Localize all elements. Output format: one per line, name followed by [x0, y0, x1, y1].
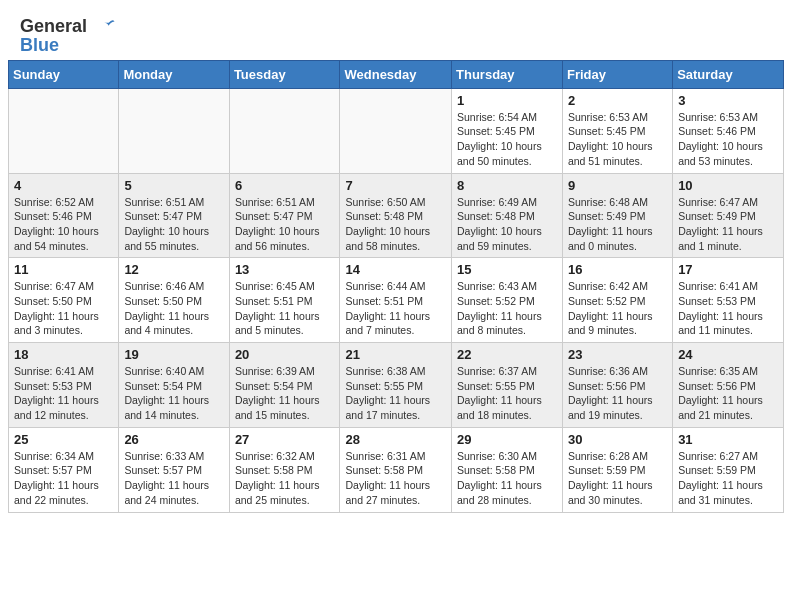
day-number: 5: [124, 178, 223, 193]
calendar-cell: 23Sunrise: 6:36 AM Sunset: 5:56 PM Dayli…: [562, 343, 672, 428]
calendar-cell: 29Sunrise: 6:30 AM Sunset: 5:58 PM Dayli…: [452, 427, 563, 512]
day-number: 8: [457, 178, 557, 193]
header-day-monday: Monday: [119, 60, 229, 88]
calendar-cell: 27Sunrise: 6:32 AM Sunset: 5:58 PM Dayli…: [229, 427, 340, 512]
day-number: 27: [235, 432, 335, 447]
calendar-cell: 20Sunrise: 6:39 AM Sunset: 5:54 PM Dayli…: [229, 343, 340, 428]
calendar-cell: 4Sunrise: 6:52 AM Sunset: 5:46 PM Daylig…: [9, 173, 119, 258]
calendar-cell: 9Sunrise: 6:48 AM Sunset: 5:49 PM Daylig…: [562, 173, 672, 258]
logo-bird-icon: [94, 17, 116, 39]
day-detail: Sunrise: 6:53 AM Sunset: 5:46 PM Dayligh…: [678, 110, 778, 169]
day-number: 13: [235, 262, 335, 277]
day-number: 29: [457, 432, 557, 447]
header-day-wednesday: Wednesday: [340, 60, 452, 88]
calendar-cell: 6Sunrise: 6:51 AM Sunset: 5:47 PM Daylig…: [229, 173, 340, 258]
day-detail: Sunrise: 6:27 AM Sunset: 5:59 PM Dayligh…: [678, 449, 778, 508]
calendar-cell: 30Sunrise: 6:28 AM Sunset: 5:59 PM Dayli…: [562, 427, 672, 512]
header-row: SundayMondayTuesdayWednesdayThursdayFrid…: [9, 60, 784, 88]
day-number: 28: [345, 432, 446, 447]
calendar-cell: 2Sunrise: 6:53 AM Sunset: 5:45 PM Daylig…: [562, 88, 672, 173]
day-detail: Sunrise: 6:47 AM Sunset: 5:49 PM Dayligh…: [678, 195, 778, 254]
logo: General Blue: [20, 16, 116, 56]
day-number: 12: [124, 262, 223, 277]
day-number: 4: [14, 178, 113, 193]
day-detail: Sunrise: 6:53 AM Sunset: 5:45 PM Dayligh…: [568, 110, 667, 169]
calendar-cell: 31Sunrise: 6:27 AM Sunset: 5:59 PM Dayli…: [673, 427, 784, 512]
day-detail: Sunrise: 6:41 AM Sunset: 5:53 PM Dayligh…: [14, 364, 113, 423]
day-detail: Sunrise: 6:45 AM Sunset: 5:51 PM Dayligh…: [235, 279, 335, 338]
logo-blue-text: Blue: [20, 35, 59, 56]
day-number: 6: [235, 178, 335, 193]
day-number: 31: [678, 432, 778, 447]
calendar-cell: 8Sunrise: 6:49 AM Sunset: 5:48 PM Daylig…: [452, 173, 563, 258]
day-number: 24: [678, 347, 778, 362]
day-number: 18: [14, 347, 113, 362]
calendar-cell: 5Sunrise: 6:51 AM Sunset: 5:47 PM Daylig…: [119, 173, 229, 258]
header-day-tuesday: Tuesday: [229, 60, 340, 88]
day-detail: Sunrise: 6:41 AM Sunset: 5:53 PM Dayligh…: [678, 279, 778, 338]
day-number: 7: [345, 178, 446, 193]
week-row-3: 11Sunrise: 6:47 AM Sunset: 5:50 PM Dayli…: [9, 258, 784, 343]
day-number: 11: [14, 262, 113, 277]
day-number: 14: [345, 262, 446, 277]
day-detail: Sunrise: 6:44 AM Sunset: 5:51 PM Dayligh…: [345, 279, 446, 338]
day-detail: Sunrise: 6:43 AM Sunset: 5:52 PM Dayligh…: [457, 279, 557, 338]
week-row-5: 25Sunrise: 6:34 AM Sunset: 5:57 PM Dayli…: [9, 427, 784, 512]
page-header: General Blue: [0, 0, 792, 60]
day-detail: Sunrise: 6:34 AM Sunset: 5:57 PM Dayligh…: [14, 449, 113, 508]
day-detail: Sunrise: 6:37 AM Sunset: 5:55 PM Dayligh…: [457, 364, 557, 423]
day-detail: Sunrise: 6:47 AM Sunset: 5:50 PM Dayligh…: [14, 279, 113, 338]
day-detail: Sunrise: 6:52 AM Sunset: 5:46 PM Dayligh…: [14, 195, 113, 254]
calendar-body: 1Sunrise: 6:54 AM Sunset: 5:45 PM Daylig…: [9, 88, 784, 512]
calendar-cell: 1Sunrise: 6:54 AM Sunset: 5:45 PM Daylig…: [452, 88, 563, 173]
calendar-cell: 22Sunrise: 6:37 AM Sunset: 5:55 PM Dayli…: [452, 343, 563, 428]
calendar-cell: 11Sunrise: 6:47 AM Sunset: 5:50 PM Dayli…: [9, 258, 119, 343]
day-detail: Sunrise: 6:35 AM Sunset: 5:56 PM Dayligh…: [678, 364, 778, 423]
calendar-table: SundayMondayTuesdayWednesdayThursdayFrid…: [8, 60, 784, 513]
calendar-cell: 15Sunrise: 6:43 AM Sunset: 5:52 PM Dayli…: [452, 258, 563, 343]
day-detail: Sunrise: 6:46 AM Sunset: 5:50 PM Dayligh…: [124, 279, 223, 338]
calendar-cell: 18Sunrise: 6:41 AM Sunset: 5:53 PM Dayli…: [9, 343, 119, 428]
day-number: 3: [678, 93, 778, 108]
day-number: 9: [568, 178, 667, 193]
calendar-cell: 13Sunrise: 6:45 AM Sunset: 5:51 PM Dayli…: [229, 258, 340, 343]
week-row-1: 1Sunrise: 6:54 AM Sunset: 5:45 PM Daylig…: [9, 88, 784, 173]
day-detail: Sunrise: 6:30 AM Sunset: 5:58 PM Dayligh…: [457, 449, 557, 508]
calendar-cell: 28Sunrise: 6:31 AM Sunset: 5:58 PM Dayli…: [340, 427, 452, 512]
calendar-cell: 14Sunrise: 6:44 AM Sunset: 5:51 PM Dayli…: [340, 258, 452, 343]
day-detail: Sunrise: 6:28 AM Sunset: 5:59 PM Dayligh…: [568, 449, 667, 508]
header-day-sunday: Sunday: [9, 60, 119, 88]
day-detail: Sunrise: 6:40 AM Sunset: 5:54 PM Dayligh…: [124, 364, 223, 423]
day-detail: Sunrise: 6:33 AM Sunset: 5:57 PM Dayligh…: [124, 449, 223, 508]
day-detail: Sunrise: 6:32 AM Sunset: 5:58 PM Dayligh…: [235, 449, 335, 508]
day-number: 22: [457, 347, 557, 362]
day-detail: Sunrise: 6:51 AM Sunset: 5:47 PM Dayligh…: [124, 195, 223, 254]
day-number: 17: [678, 262, 778, 277]
calendar-cell: 21Sunrise: 6:38 AM Sunset: 5:55 PM Dayli…: [340, 343, 452, 428]
day-number: 10: [678, 178, 778, 193]
day-detail: Sunrise: 6:49 AM Sunset: 5:48 PM Dayligh…: [457, 195, 557, 254]
calendar-cell: [340, 88, 452, 173]
calendar-cell: [229, 88, 340, 173]
day-number: 2: [568, 93, 667, 108]
calendar-cell: [9, 88, 119, 173]
calendar-cell: 17Sunrise: 6:41 AM Sunset: 5:53 PM Dayli…: [673, 258, 784, 343]
calendar-cell: 16Sunrise: 6:42 AM Sunset: 5:52 PM Dayli…: [562, 258, 672, 343]
day-number: 26: [124, 432, 223, 447]
day-number: 15: [457, 262, 557, 277]
day-detail: Sunrise: 6:36 AM Sunset: 5:56 PM Dayligh…: [568, 364, 667, 423]
calendar-cell: 26Sunrise: 6:33 AM Sunset: 5:57 PM Dayli…: [119, 427, 229, 512]
day-detail: Sunrise: 6:31 AM Sunset: 5:58 PM Dayligh…: [345, 449, 446, 508]
day-number: 1: [457, 93, 557, 108]
day-number: 20: [235, 347, 335, 362]
calendar-cell: 12Sunrise: 6:46 AM Sunset: 5:50 PM Dayli…: [119, 258, 229, 343]
calendar-wrapper: SundayMondayTuesdayWednesdayThursdayFrid…: [0, 60, 792, 521]
calendar-cell: 25Sunrise: 6:34 AM Sunset: 5:57 PM Dayli…: [9, 427, 119, 512]
header-day-friday: Friday: [562, 60, 672, 88]
day-number: 19: [124, 347, 223, 362]
header-day-thursday: Thursday: [452, 60, 563, 88]
day-detail: Sunrise: 6:50 AM Sunset: 5:48 PM Dayligh…: [345, 195, 446, 254]
day-detail: Sunrise: 6:38 AM Sunset: 5:55 PM Dayligh…: [345, 364, 446, 423]
calendar-cell: 3Sunrise: 6:53 AM Sunset: 5:46 PM Daylig…: [673, 88, 784, 173]
day-number: 25: [14, 432, 113, 447]
